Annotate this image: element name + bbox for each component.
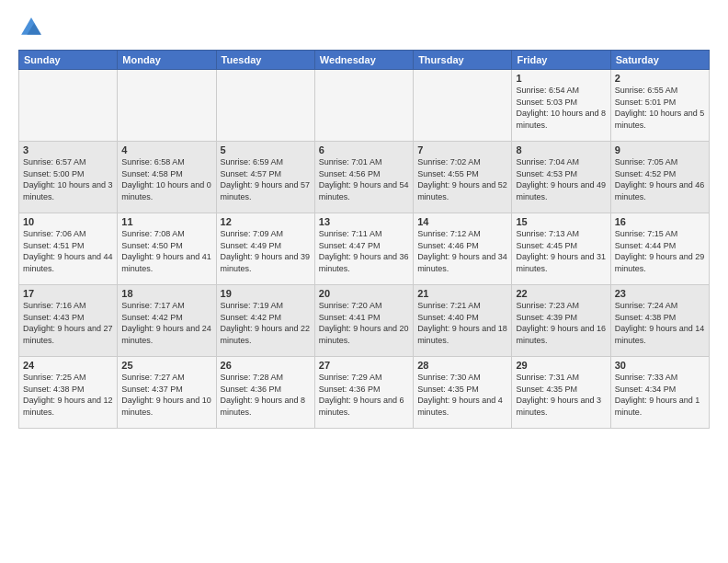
logo bbox=[18, 15, 48, 40]
day-number: 29 bbox=[516, 360, 606, 371]
day-cell bbox=[19, 70, 118, 142]
day-info: Sunrise: 7:13 AM Sunset: 4:45 PM Dayligh… bbox=[516, 228, 606, 274]
day-cell: 6Sunrise: 7:01 AM Sunset: 4:56 PM Daylig… bbox=[314, 142, 413, 213]
week-row-5: 24Sunrise: 7:25 AM Sunset: 4:38 PM Dayli… bbox=[19, 357, 710, 429]
day-info: Sunrise: 7:23 AM Sunset: 4:39 PM Dayligh… bbox=[516, 300, 606, 346]
day-cell: 21Sunrise: 7:21 AM Sunset: 4:40 PM Dayli… bbox=[414, 285, 512, 357]
day-info: Sunrise: 7:29 AM Sunset: 4:36 PM Dayligh… bbox=[319, 372, 409, 418]
day-number: 24 bbox=[23, 360, 113, 371]
header bbox=[18, 15, 710, 40]
day-cell: 27Sunrise: 7:29 AM Sunset: 4:36 PM Dayli… bbox=[314, 357, 413, 429]
day-cell: 22Sunrise: 7:23 AM Sunset: 4:39 PM Dayli… bbox=[512, 285, 610, 357]
day-info: Sunrise: 7:06 AM Sunset: 4:51 PM Dayligh… bbox=[23, 228, 113, 274]
day-info: Sunrise: 7:01 AM Sunset: 4:56 PM Dayligh… bbox=[319, 156, 409, 202]
day-info: Sunrise: 6:54 AM Sunset: 5:03 PM Dayligh… bbox=[516, 85, 606, 131]
logo-icon bbox=[18, 15, 44, 40]
header-cell-wednesday: Wednesday bbox=[314, 51, 413, 70]
day-number: 26 bbox=[221, 360, 311, 371]
day-info: Sunrise: 6:58 AM Sunset: 4:58 PM Dayligh… bbox=[121, 156, 211, 202]
day-cell: 15Sunrise: 7:13 AM Sunset: 4:45 PM Dayli… bbox=[512, 213, 610, 285]
day-number: 12 bbox=[221, 216, 311, 227]
day-cell: 18Sunrise: 7:17 AM Sunset: 4:42 PM Dayli… bbox=[118, 285, 216, 357]
header-cell-thursday: Thursday bbox=[414, 51, 512, 70]
day-cell: 12Sunrise: 7:09 AM Sunset: 4:49 PM Dayli… bbox=[216, 213, 314, 285]
day-number: 25 bbox=[121, 360, 211, 371]
day-number: 4 bbox=[121, 144, 211, 155]
day-cell: 17Sunrise: 7:16 AM Sunset: 4:43 PM Dayli… bbox=[19, 285, 118, 357]
day-cell: 4Sunrise: 6:58 AM Sunset: 4:58 PM Daylig… bbox=[118, 142, 216, 213]
day-cell: 3Sunrise: 6:57 AM Sunset: 5:00 PM Daylig… bbox=[19, 142, 118, 213]
day-number: 13 bbox=[319, 216, 409, 227]
day-cell: 29Sunrise: 7:31 AM Sunset: 4:35 PM Dayli… bbox=[512, 357, 610, 429]
day-info: Sunrise: 7:02 AM Sunset: 4:55 PM Dayligh… bbox=[417, 156, 507, 202]
day-cell: 11Sunrise: 7:08 AM Sunset: 4:50 PM Dayli… bbox=[118, 213, 216, 285]
day-info: Sunrise: 7:17 AM Sunset: 4:42 PM Dayligh… bbox=[121, 300, 211, 346]
week-row-4: 17Sunrise: 7:16 AM Sunset: 4:43 PM Dayli… bbox=[19, 285, 710, 357]
day-cell: 26Sunrise: 7:28 AM Sunset: 4:36 PM Dayli… bbox=[216, 357, 314, 429]
day-info: Sunrise: 7:33 AM Sunset: 4:34 PM Dayligh… bbox=[615, 372, 705, 418]
day-number: 20 bbox=[319, 288, 409, 299]
day-info: Sunrise: 7:30 AM Sunset: 4:35 PM Dayligh… bbox=[417, 372, 507, 418]
day-info: Sunrise: 7:04 AM Sunset: 4:53 PM Dayligh… bbox=[516, 156, 606, 202]
day-number: 2 bbox=[615, 73, 705, 84]
day-number: 16 bbox=[615, 216, 705, 227]
day-info: Sunrise: 7:25 AM Sunset: 4:38 PM Dayligh… bbox=[23, 372, 113, 418]
day-cell: 13Sunrise: 7:11 AM Sunset: 4:47 PM Dayli… bbox=[314, 213, 413, 285]
header-cell-monday: Monday bbox=[118, 51, 216, 70]
day-info: Sunrise: 7:15 AM Sunset: 4:44 PM Dayligh… bbox=[615, 228, 705, 274]
day-info: Sunrise: 7:11 AM Sunset: 4:47 PM Dayligh… bbox=[319, 228, 409, 274]
header-cell-friday: Friday bbox=[512, 51, 610, 70]
day-number: 14 bbox=[417, 216, 507, 227]
day-cell: 2Sunrise: 6:55 AM Sunset: 5:01 PM Daylig… bbox=[610, 70, 709, 142]
day-cell: 28Sunrise: 7:30 AM Sunset: 4:35 PM Dayli… bbox=[414, 357, 512, 429]
day-cell: 14Sunrise: 7:12 AM Sunset: 4:46 PM Dayli… bbox=[414, 213, 512, 285]
day-number: 7 bbox=[417, 144, 507, 155]
day-cell: 5Sunrise: 6:59 AM Sunset: 4:57 PM Daylig… bbox=[216, 142, 314, 213]
day-info: Sunrise: 7:19 AM Sunset: 4:42 PM Dayligh… bbox=[221, 300, 311, 346]
day-info: Sunrise: 6:57 AM Sunset: 5:00 PM Dayligh… bbox=[23, 156, 113, 202]
day-cell: 1Sunrise: 6:54 AM Sunset: 5:03 PM Daylig… bbox=[512, 70, 610, 142]
week-row-2: 3Sunrise: 6:57 AM Sunset: 5:00 PM Daylig… bbox=[19, 142, 710, 213]
day-cell: 8Sunrise: 7:04 AM Sunset: 4:53 PM Daylig… bbox=[512, 142, 610, 213]
day-info: Sunrise: 7:05 AM Sunset: 4:52 PM Dayligh… bbox=[615, 156, 705, 202]
day-info: Sunrise: 6:55 AM Sunset: 5:01 PM Dayligh… bbox=[615, 85, 705, 131]
day-number: 17 bbox=[23, 288, 113, 299]
day-cell bbox=[216, 70, 314, 142]
header-cell-sunday: Sunday bbox=[19, 51, 118, 70]
header-cell-tuesday: Tuesday bbox=[216, 51, 314, 70]
day-cell: 19Sunrise: 7:19 AM Sunset: 4:42 PM Dayli… bbox=[216, 285, 314, 357]
day-cell: 16Sunrise: 7:15 AM Sunset: 4:44 PM Dayli… bbox=[610, 213, 709, 285]
day-info: Sunrise: 7:20 AM Sunset: 4:41 PM Dayligh… bbox=[319, 300, 409, 346]
day-cell: 20Sunrise: 7:20 AM Sunset: 4:41 PM Dayli… bbox=[314, 285, 413, 357]
day-number: 23 bbox=[615, 288, 705, 299]
day-number: 22 bbox=[516, 288, 606, 299]
day-number: 9 bbox=[615, 144, 705, 155]
day-number: 6 bbox=[319, 144, 409, 155]
day-cell bbox=[314, 70, 413, 142]
header-row: SundayMondayTuesdayWednesdayThursdayFrid… bbox=[19, 51, 710, 70]
day-number: 1 bbox=[516, 73, 606, 84]
day-info: Sunrise: 7:31 AM Sunset: 4:35 PM Dayligh… bbox=[516, 372, 606, 418]
day-number: 30 bbox=[615, 360, 705, 371]
week-row-3: 10Sunrise: 7:06 AM Sunset: 4:51 PM Dayli… bbox=[19, 213, 710, 285]
day-info: Sunrise: 7:09 AM Sunset: 4:49 PM Dayligh… bbox=[221, 228, 311, 274]
page: SundayMondayTuesdayWednesdayThursdayFrid… bbox=[0, 0, 728, 563]
day-cell: 25Sunrise: 7:27 AM Sunset: 4:37 PM Dayli… bbox=[118, 357, 216, 429]
day-number: 8 bbox=[516, 144, 606, 155]
day-number: 10 bbox=[23, 216, 113, 227]
day-cell bbox=[118, 70, 216, 142]
calendar-table: SundayMondayTuesdayWednesdayThursdayFrid… bbox=[18, 50, 710, 429]
day-number: 18 bbox=[121, 288, 211, 299]
day-info: Sunrise: 7:08 AM Sunset: 4:50 PM Dayligh… bbox=[121, 228, 211, 274]
day-cell: 10Sunrise: 7:06 AM Sunset: 4:51 PM Dayli… bbox=[19, 213, 118, 285]
week-row-1: 1Sunrise: 6:54 AM Sunset: 5:03 PM Daylig… bbox=[19, 70, 710, 142]
day-info: Sunrise: 7:12 AM Sunset: 4:46 PM Dayligh… bbox=[417, 228, 507, 274]
day-number: 11 bbox=[121, 216, 211, 227]
day-number: 27 bbox=[319, 360, 409, 371]
day-cell: 7Sunrise: 7:02 AM Sunset: 4:55 PM Daylig… bbox=[414, 142, 512, 213]
day-cell: 23Sunrise: 7:24 AM Sunset: 4:38 PM Dayli… bbox=[610, 285, 709, 357]
day-number: 15 bbox=[516, 216, 606, 227]
day-cell: 24Sunrise: 7:25 AM Sunset: 4:38 PM Dayli… bbox=[19, 357, 118, 429]
day-info: Sunrise: 7:27 AM Sunset: 4:37 PM Dayligh… bbox=[121, 372, 211, 418]
header-cell-saturday: Saturday bbox=[610, 51, 709, 70]
